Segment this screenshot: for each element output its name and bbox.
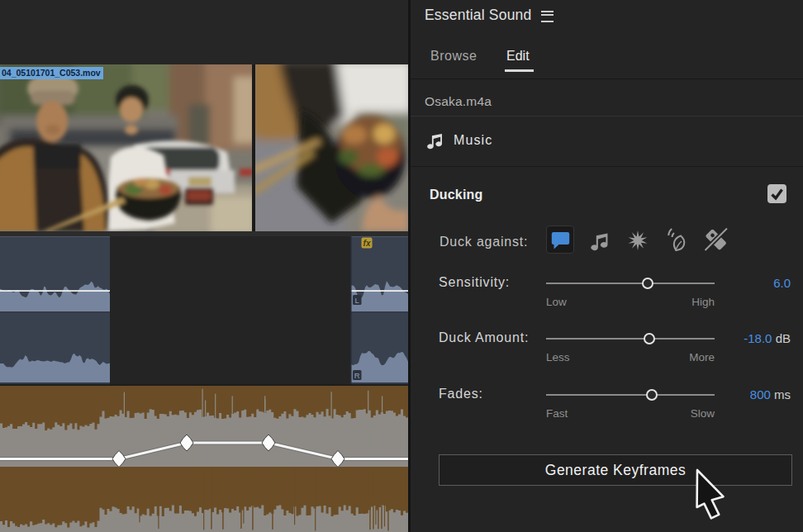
svg-text:fx: fx [363,239,371,248]
svg-text:R: R [354,371,360,380]
svg-text:L: L [355,296,359,305]
